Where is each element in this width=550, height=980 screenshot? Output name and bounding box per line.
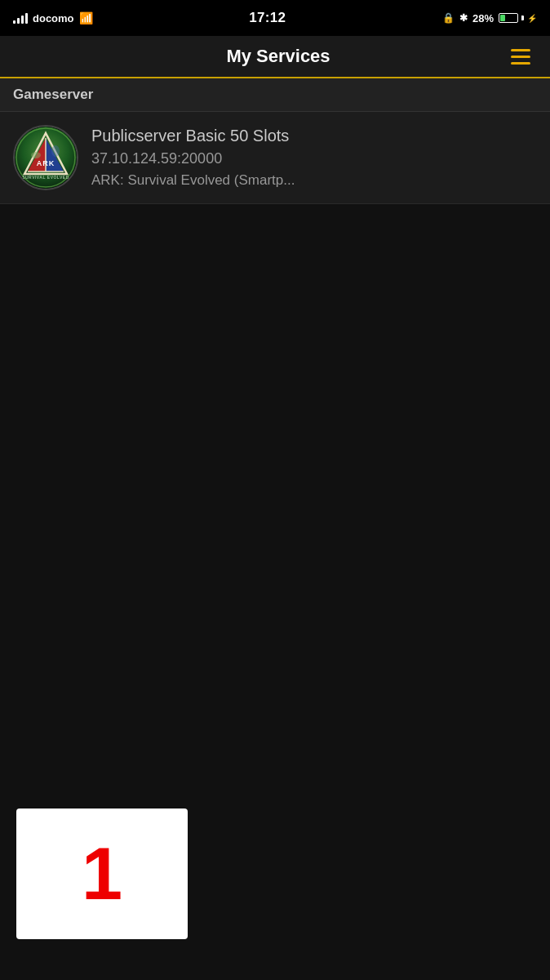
bottom-number-card: 1	[16, 808, 188, 939]
hamburger-menu-button[interactable]	[508, 46, 534, 68]
service-ip: 37.10.124.59:20000	[91, 150, 295, 167]
signal-bar-2	[17, 18, 20, 24]
carrier-label: docomo	[33, 12, 74, 24]
status-time: 17:12	[249, 10, 286, 26]
svg-text:ARK: ARK	[37, 159, 55, 167]
service-item[interactable]: ARK SURVIVAL EVOLVED Publicserver Basic …	[0, 112, 550, 204]
signal-bar-1	[13, 20, 16, 24]
gameserver-section-header: Gameserver	[0, 78, 550, 112]
ark-game-icon: ARK SURVIVAL EVOLVED	[15, 127, 77, 189]
hamburger-line-3	[511, 62, 530, 65]
battery-fill	[500, 15, 505, 21]
svg-point-10	[31, 152, 41, 158]
bottom-number-label: 1	[82, 837, 122, 911]
bluetooth-icon: ✱	[459, 12, 468, 24]
battery-body	[499, 13, 518, 23]
service-game-label: ARK: Survival Evolved (Smartp...	[91, 172, 295, 189]
wifi-icon: 📶	[79, 11, 93, 24]
page-wrapper: docomo 📶 17:12 🔒 ✱ 28% ⚡ My Services	[0, 0, 550, 980]
battery-percent: 28%	[472, 12, 494, 24]
hamburger-line-1	[511, 49, 530, 51]
charging-bolt-icon: ⚡	[527, 14, 537, 23]
status-bar: docomo 📶 17:12 🔒 ✱ 28% ⚡	[0, 0, 550, 36]
status-right: 🔒 ✱ 28% ⚡	[442, 12, 537, 24]
page-title: My Services	[49, 46, 508, 67]
signal-bars-icon	[13, 12, 28, 24]
battery-tip	[521, 16, 524, 20]
hamburger-line-2	[511, 56, 530, 58]
svg-text:SURVIVAL EVOLVED: SURVIVAL EVOLVED	[22, 175, 69, 180]
lock-icon: 🔒	[442, 12, 455, 24]
service-info: Publicserver Basic 50 Slots 37.10.124.59…	[91, 127, 295, 189]
status-left: docomo 📶	[13, 11, 93, 24]
navigation-bar: My Services	[0, 36, 550, 78]
service-name: Publicserver Basic 50 Slots	[91, 127, 295, 145]
section-title-gameserver: Gameserver	[13, 87, 93, 102]
battery-indicator: ⚡	[499, 13, 537, 23]
svg-point-11	[51, 145, 60, 157]
main-content: Gameserver	[0, 78, 550, 568]
signal-bar-3	[21, 16, 24, 24]
service-icon-wrapper: ARK SURVIVAL EVOLVED	[13, 125, 78, 190]
signal-bar-4	[25, 13, 28, 24]
